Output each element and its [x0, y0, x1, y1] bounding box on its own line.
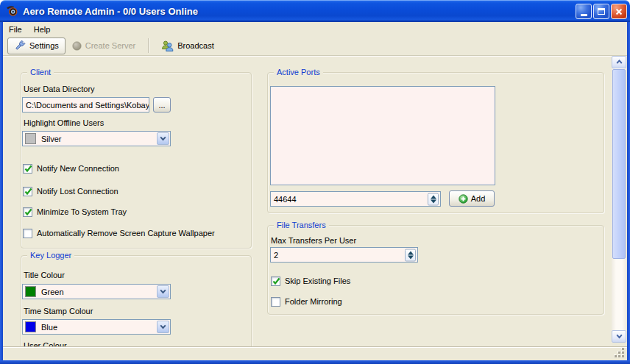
max-transfers-value: 2 — [274, 251, 278, 260]
checkbox-label: Minimize To System Tray — [37, 207, 127, 216]
wrench-icon — [14, 40, 26, 51]
title-colour-label: Title Colour — [24, 271, 65, 279]
max-transfers-input[interactable]: 2 — [270, 247, 418, 263]
group-title: Client — [27, 68, 54, 77]
check-icon — [24, 187, 33, 196]
title-colour-select[interactable]: Green — [22, 284, 171, 299]
max-transfers-spinner — [405, 249, 416, 261]
checkbox-label: Automatically Remove Screen Capture Wall… — [37, 229, 215, 238]
time-stamp-colour-label: Time Stamp Colour — [24, 307, 93, 315]
checkbox-label: Folder Mirroring — [285, 297, 342, 306]
active-ports-group: Active Ports 44644 — [267, 72, 604, 213]
maximize-button[interactable] — [593, 4, 609, 19]
settings-button[interactable]: Settings — [7, 38, 66, 54]
window-border-left — [0, 22, 3, 364]
settings-panel: Client User Data Directory C:\Documents … — [3, 56, 612, 346]
group-title: File Transfers — [274, 221, 329, 230]
add-label: Add — [471, 194, 486, 203]
browse-button[interactable]: ... — [153, 97, 171, 113]
checkbox-notify-lost-connection[interactable]: Notify Lost Connection — [23, 186, 118, 196]
user-colour-label: User Colour — [24, 341, 67, 346]
combo-value: Blue — [41, 323, 156, 332]
checkbox-box[interactable] — [23, 187, 32, 196]
spin-down-icon[interactable] — [431, 199, 436, 203]
resize-grip[interactable] — [615, 349, 626, 359]
highlight-offline-users-select[interactable]: Silver — [22, 131, 171, 146]
chevron-down-icon — [160, 136, 166, 141]
color-swatch — [25, 321, 36, 332]
user-data-directory-input[interactable]: C:\Documents and Settings\Kobay — [22, 97, 149, 113]
spin-up-icon[interactable] — [408, 251, 414, 254]
checkbox-notify-new-connection[interactable]: Notify New Connection — [23, 163, 119, 174]
highlight-offline-users-label: Highlight Offline Users — [24, 118, 104, 127]
checkbox-box[interactable] — [23, 164, 32, 174]
combo-dropdown-button[interactable] — [157, 285, 169, 298]
app-icon — [7, 5, 18, 17]
add-icon — [459, 194, 468, 204]
checkbox-auto-remove-wallpaper[interactable]: Automatically Remove Screen Capture Wall… — [23, 228, 215, 238]
check-icon — [24, 164, 33, 174]
active-ports-listbox[interactable] — [270, 86, 495, 185]
window-border-right — [627, 22, 630, 364]
scrollbar-thumb[interactable] — [612, 69, 626, 259]
menu-file[interactable]: File — [3, 24, 28, 35]
chevron-down-icon — [160, 324, 166, 329]
combo-value: Green — [41, 288, 156, 296]
menu-help[interactable]: Help — [28, 24, 57, 35]
combo-dropdown-button[interactable] — [157, 321, 169, 333]
minimize-button[interactable] — [576, 4, 592, 19]
checkbox-box[interactable] — [23, 229, 32, 238]
color-swatch — [25, 286, 36, 297]
key-logger-group: Key Logger Title Colour Green Time Stamp… — [21, 255, 252, 346]
user-data-directory-label: User Data Directory — [24, 85, 95, 93]
broadcast-button[interactable]: Broadcast — [155, 38, 221, 54]
chevron-down-icon — [616, 334, 623, 339]
group-title: Key Logger — [27, 251, 74, 260]
checkbox-skip-existing-files[interactable]: Skip Existing Files — [271, 276, 350, 286]
checkbox-minimize-to-system-tray[interactable]: Minimize To System Tray — [23, 207, 127, 217]
close-button[interactable] — [611, 4, 627, 19]
combo-dropdown-button[interactable] — [157, 132, 169, 145]
combo-value: Silver — [41, 135, 156, 143]
titlebar[interactable]: Aero Remote Admin - 0/0 Users Online — [0, 0, 630, 22]
chevron-down-icon — [160, 289, 166, 294]
port-input[interactable]: 44644 — [270, 191, 441, 207]
window-controls — [576, 4, 627, 19]
user-data-directory-value: C:\Documents and Settings\Kobay — [26, 101, 149, 110]
spin-down-icon[interactable] — [408, 255, 414, 259]
checkbox-box[interactable] — [271, 276, 280, 286]
create-server-button: Create Server — [66, 38, 142, 54]
statusbar — [3, 346, 627, 360]
scroll-up-button[interactable] — [612, 56, 626, 68]
time-stamp-colour-select[interactable]: Blue — [22, 319, 171, 335]
checkbox-label: Skip Existing Files — [285, 276, 350, 285]
port-spinner — [428, 193, 439, 205]
menubar: File Help — [3, 22, 627, 36]
browse-label: ... — [158, 101, 165, 110]
checkbox-label: Notify New Connection — [37, 164, 119, 173]
chevron-up-icon — [616, 60, 623, 65]
app-window: Aero Remote Admin - 0/0 Users Online Fil… — [0, 0, 630, 364]
checkbox-folder-mirroring[interactable]: Folder Mirroring — [271, 296, 342, 307]
add-port-button[interactable]: Add — [449, 190, 495, 207]
server-circle-icon — [72, 41, 82, 51]
group-title: Active Ports — [274, 68, 323, 77]
create-server-label: Create Server — [85, 41, 135, 50]
close-icon — [615, 8, 623, 15]
scrollbar[interactable] — [612, 56, 626, 343]
port-value: 44644 — [274, 195, 297, 204]
window-border-bottom — [0, 360, 630, 364]
checkbox-box[interactable] — [23, 207, 32, 217]
check-icon — [272, 276, 281, 286]
max-transfers-label: Max Transfers Per User — [271, 236, 356, 245]
maximize-icon — [598, 8, 605, 15]
client-group: Client User Data Directory C:\Documents … — [21, 72, 252, 249]
spin-up-icon[interactable] — [431, 195, 436, 199]
window-title: Aero Remote Admin - 0/0 Users Online — [23, 6, 198, 17]
minimize-icon — [581, 14, 587, 16]
checkbox-label: Notify Lost Connection — [37, 187, 118, 196]
color-swatch — [25, 133, 36, 144]
toolbar-separator — [148, 38, 149, 53]
checkbox-box[interactable] — [271, 297, 280, 307]
scroll-down-button[interactable] — [612, 330, 626, 343]
